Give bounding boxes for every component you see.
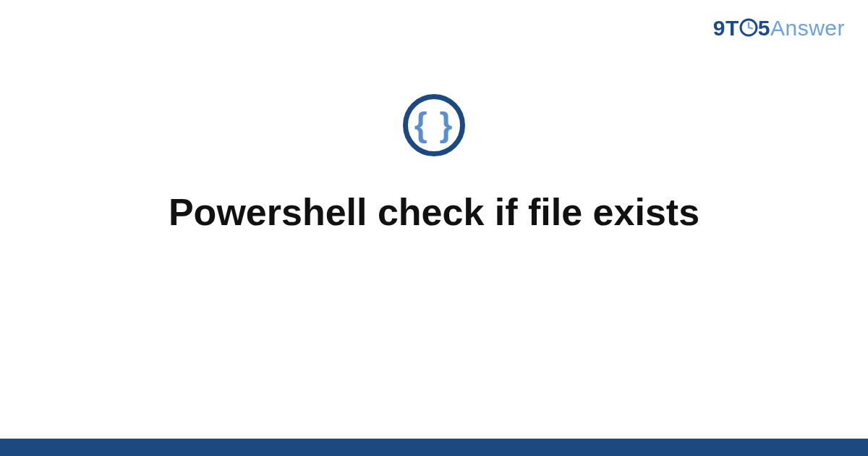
social-card: 9T 5Answer { } Powershell check if file … <box>0 0 868 456</box>
brand-part-5: 5 <box>758 16 770 40</box>
code-braces-badge: { } <box>403 94 465 156</box>
site-brand-logo: 9T 5Answer <box>713 16 845 41</box>
footer-accent-bar <box>0 439 868 456</box>
braces-icon: { } <box>414 108 454 141</box>
svg-line-2 <box>749 28 752 29</box>
brand-part-answer: Answer <box>770 16 845 40</box>
brand-clock-o-icon <box>739 18 758 37</box>
brand-part-9t: 9T <box>713 16 739 40</box>
main-content: { } Powershell check if file exists <box>0 0 868 456</box>
page-title: Powershell check if file exists <box>140 191 728 235</box>
